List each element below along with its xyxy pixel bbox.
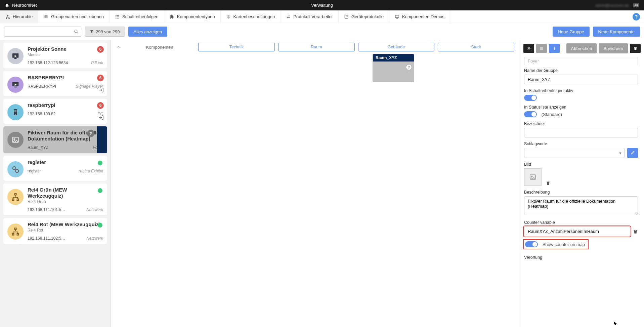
- image-placeholder[interactable]: [524, 168, 542, 186]
- breadcrumb-stadt[interactable]: Stadt: [438, 43, 514, 51]
- switch-active-toggle[interactable]: [524, 95, 537, 101]
- description-textarea[interactable]: [524, 196, 638, 215]
- list-item[interactable]: Rel4 Grün (MEW Werkzeugquiz) Rel4 Grün 1…: [3, 183, 107, 215]
- login-icon[interactable]: [98, 87, 104, 93]
- image-delete-icon[interactable]: [546, 180, 551, 186]
- svg-rect-32: [540, 47, 543, 48]
- tab-label: Komponenten Demos: [402, 14, 444, 19]
- statuslist-toggle[interactable]: [524, 111, 537, 117]
- component-sidebar[interactable]: Projektor Sonne Monitor 192.168.112.123:…: [0, 40, 111, 327]
- group-name-label: Name der Gruppe: [524, 68, 638, 73]
- tab-protokollverarbeiter[interactable]: Protokoll Verarbeiter: [281, 10, 339, 23]
- sitemap-icon: [5, 14, 10, 19]
- tab-label: Kartenbeschriftungen: [233, 14, 275, 19]
- tags-icon: [226, 14, 231, 19]
- home-icon[interactable]: [5, 3, 9, 8]
- item-addr: 192.168.100.82: [28, 112, 55, 116]
- item-type: PJLink: [91, 60, 103, 65]
- item-addr: register: [28, 169, 41, 173]
- tags-edit-button[interactable]: [627, 148, 638, 158]
- list-item[interactable]: Rel4 Rot (MEW Werkzeugquiz) Rel4 Rot 192…: [3, 218, 107, 244]
- identifier-input[interactable]: [524, 128, 638, 137]
- counter-input[interactable]: [524, 227, 630, 236]
- parent-select-partial[interactable]: Foyer: [524, 57, 638, 65]
- svg-rect-14: [14, 58, 17, 59]
- cancel-button[interactable]: Abbrechen: [566, 43, 597, 53]
- thumb-icon: [7, 104, 24, 120]
- item-addr: RASPBERRYPI: [28, 84, 56, 89]
- question-icon: ?: [406, 64, 412, 70]
- expand-icon[interactable]: [116, 45, 121, 49]
- tab-kartenbeschriftungen[interactable]: Kartenbeschriftungen: [221, 10, 281, 23]
- item-type: Netzwerk: [86, 207, 103, 212]
- list-item[interactable]: RASPBERRYPI RASPBERRYPISignage Player 6: [3, 71, 107, 96]
- tab-komponententypen[interactable]: Komponententypen: [164, 10, 221, 23]
- breadcrumb-gebaeude[interactable]: Gebäude: [358, 43, 435, 51]
- svg-point-25: [15, 169, 18, 172]
- item-addr: 192.168.111.101:5…: [28, 207, 65, 212]
- counter-delete-icon[interactable]: [633, 229, 638, 234]
- item-title: raspberrypi: [28, 102, 103, 108]
- counter-label: Counter variable: [524, 220, 638, 225]
- svg-rect-31: [17, 234, 19, 235]
- delete-button[interactable]: [630, 44, 641, 53]
- tab-hierarchie[interactable]: Hierarchie: [0, 10, 38, 23]
- tab-schaltreihenfolgen[interactable]: Schaltreihenfolgen: [110, 10, 164, 23]
- tags-select[interactable]: ▾: [524, 148, 625, 158]
- svg-rect-3: [116, 15, 116, 16]
- svg-rect-7: [116, 17, 116, 18]
- image-label: Bild: [524, 162, 638, 167]
- room-card[interactable]: Raum_XYZ ?: [373, 54, 414, 82]
- tab-komponentendemos[interactable]: Komponenten Demos: [389, 10, 450, 23]
- svg-point-23: [14, 138, 15, 139]
- desktop-icon: [395, 14, 399, 19]
- person-button[interactable]: [549, 44, 560, 53]
- breadcrumb-raum[interactable]: Raum: [278, 43, 355, 51]
- item-addr: 192.168.111.102:5…: [28, 236, 65, 241]
- list-item[interactable]: register registerrubina Exhibit: [3, 156, 107, 181]
- help-icon[interactable]: ?: [633, 13, 640, 21]
- svg-rect-28: [17, 199, 19, 201]
- svg-rect-10: [395, 15, 399, 17]
- puzzle-icon: [170, 14, 174, 19]
- user-info: admin@neuroom.de: [595, 3, 629, 7]
- location-label: Verortung: [524, 255, 638, 260]
- new-component-button[interactable]: Neue Komponente: [593, 27, 640, 37]
- login-icon[interactable]: [98, 115, 104, 120]
- svg-rect-30: [12, 234, 14, 235]
- show-all-button[interactable]: Alles anzeigen: [128, 27, 168, 37]
- brand[interactable]: NeuroomNet: [12, 3, 37, 8]
- item-title: Rel4 Rot (MEW Werkzeugquiz): [28, 221, 103, 228]
- collapse-button[interactable]: [523, 44, 534, 53]
- svg-rect-20: [14, 110, 16, 111]
- tab-label: Gruppenarten und -ebenen: [51, 14, 104, 19]
- item-type: rubina Exhibit: [79, 169, 103, 173]
- save-button[interactable]: Speichern: [599, 43, 628, 53]
- list-item[interactable]: Projektor Sonne Monitor 192.168.112.123:…: [3, 43, 107, 69]
- list-icon: [115, 14, 120, 19]
- search-icon[interactable]: [74, 29, 79, 34]
- list-button[interactable]: [536, 44, 547, 53]
- columns-label: Komponenten: [124, 45, 195, 50]
- topbar: NeuroomNet Verwaltung admin@neuroom.de A…: [0, 0, 644, 10]
- new-group-button[interactable]: Neue Gruppe: [553, 27, 590, 37]
- tab-gruppenarten[interactable]: Gruppenarten und -ebenen: [38, 10, 110, 23]
- lang-badge[interactable]: A/I: [633, 3, 639, 7]
- description-label: Beschreibung: [524, 190, 638, 195]
- canvas[interactable]: Komponenten Technik Raum Gebäude Stadt R…: [111, 40, 520, 327]
- tags-label: Schlagworte: [524, 141, 638, 146]
- search-input[interactable]: [4, 27, 81, 37]
- group-name-input[interactable]: [524, 75, 638, 84]
- list-item-selected[interactable]: Fiktiver Raum für die offizielle Dokumen…: [3, 126, 107, 153]
- filter-button[interactable]: 299 von 299: [85, 27, 125, 37]
- thumb-icon: [7, 132, 24, 148]
- svg-rect-1: [6, 17, 7, 18]
- tab-label: Hierarchie: [13, 14, 33, 19]
- list-item[interactable]: raspberrypi 192.168.100.82PC 6: [3, 99, 107, 124]
- item-addr: Raum_XYZ: [28, 145, 48, 150]
- status-badge: 6: [97, 102, 104, 109]
- breadcrumb-technik[interactable]: Technik: [198, 43, 275, 51]
- show-counter-toggle[interactable]: [525, 241, 538, 247]
- identifier-label: Bezeichner: [524, 121, 638, 126]
- tab-geraeteprotokolle[interactable]: Geräteprotokolle: [339, 10, 389, 23]
